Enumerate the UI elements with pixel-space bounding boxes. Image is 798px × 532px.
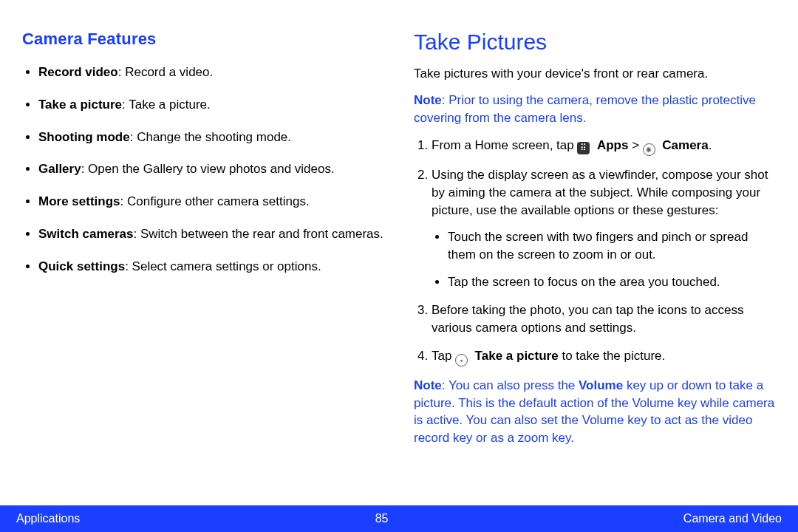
desc: : Open the Gallery to view photos and vi… <box>81 162 335 176</box>
camera-icon <box>643 143 655 156</box>
note-remove-cover: Note: Prior to using the camera, remove … <box>414 92 776 127</box>
camera-label: Camera <box>662 138 708 152</box>
text: Using the display screen as a viewfinder… <box>432 168 768 217</box>
right-column: Take Pictures Take pictures with your de… <box>414 30 776 505</box>
list-item: Touch the screen with two fingers and pi… <box>448 228 776 264</box>
step-3: Before taking the photo, you can tap the… <box>432 301 776 337</box>
list-item: More settings: Configure other camera se… <box>38 193 384 211</box>
note-body: : Prior to using the camera, remove the … <box>414 93 756 125</box>
text: : You can also press the <box>442 378 579 392</box>
page-number: 85 <box>375 512 389 525</box>
term: Take a picture <box>38 98 122 112</box>
apps-icon <box>577 142 590 154</box>
list-item: Shooting mode: Change the shooting mode. <box>38 129 384 146</box>
gesture-list: Touch the screen with two fingers and pi… <box>432 228 776 291</box>
left-column: Camera Features Record video: Record a v… <box>22 30 384 505</box>
desc: : Switch between the rear and front came… <box>134 227 383 241</box>
text: to take the picture. <box>559 349 666 363</box>
term: Shooting mode <box>38 130 130 144</box>
volume-label: Volume <box>579 378 623 392</box>
step-2: Using the display screen as a viewfinder… <box>432 166 776 291</box>
desc: : Take a picture. <box>122 98 211 112</box>
camera-features-heading: Camera Features <box>22 30 384 49</box>
footer-left: Applications <box>16 512 80 525</box>
term: Quick settings <box>38 259 125 273</box>
term: More settings <box>38 194 120 208</box>
feature-list: Record video: Record a video. Take a pic… <box>22 64 384 276</box>
desc: : Record a video. <box>118 65 214 79</box>
apps-label: Apps <box>597 138 629 152</box>
desc: : Configure other camera settings. <box>120 194 310 208</box>
list-item: Quick settings: Select camera settings o… <box>38 258 384 276</box>
list-item: Switch cameras: Switch between the rear … <box>38 225 384 243</box>
step-1: From a Home screen, tap Apps > Camera. <box>432 137 776 156</box>
footer-right: Camera and Video <box>683 512 782 525</box>
desc: : Select camera settings or options. <box>125 259 321 273</box>
list-item: Record video: Record a video. <box>38 64 384 81</box>
step-4: Tap Take a picture to take the picture. <box>432 347 776 366</box>
gt: > <box>628 138 642 152</box>
page-footer: Applications 85 Camera and Video <box>0 505 798 532</box>
note-label: Note <box>414 93 442 107</box>
term: Record video <box>38 65 118 79</box>
term: Gallery <box>38 162 81 176</box>
take-pictures-heading: Take Pictures <box>414 30 776 55</box>
term: Switch cameras <box>38 227 134 241</box>
take-picture-label: Take a picture <box>475 349 559 363</box>
shutter-icon <box>455 354 468 366</box>
text: Tap <box>432 349 455 363</box>
list-item: Gallery: Open the Gallery to view photos… <box>38 160 384 178</box>
steps-list: From a Home screen, tap Apps > Camera. U… <box>414 137 776 366</box>
desc: : Change the shooting mode. <box>130 130 291 144</box>
note-volume-key: Note: You can also press the Volume key … <box>414 377 776 447</box>
note-label: Note <box>414 378 442 392</box>
text: . <box>709 138 712 152</box>
list-item: Tap the screen to focus on the area you … <box>448 273 776 291</box>
list-item: Take a picture: Take a picture. <box>38 96 384 114</box>
intro-text: Take pictures with your device's front o… <box>414 65 776 83</box>
text: From a Home screen, tap <box>432 138 577 152</box>
